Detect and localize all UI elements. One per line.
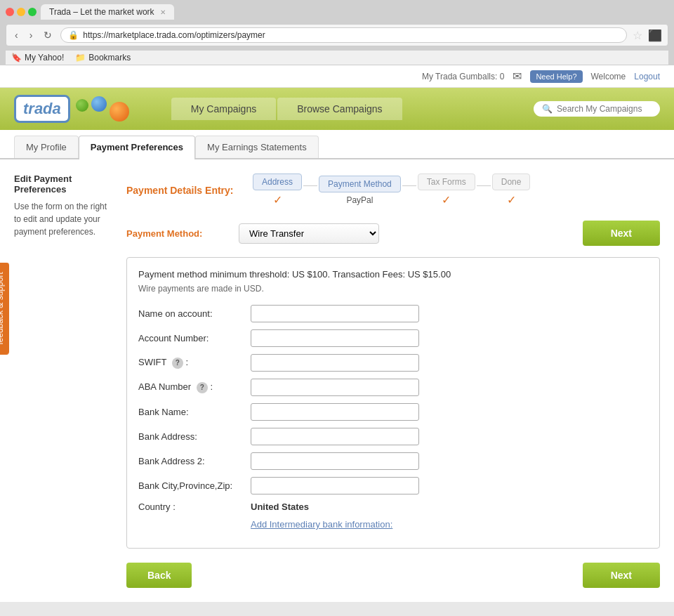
browser-tab[interactable]: Trada – Let the market work ✕ [41, 4, 174, 20]
sidebar-description: Use the form on the right to edit and up… [14, 200, 112, 238]
logo-area: trada [14, 95, 129, 123]
search-box: 🔍 [534, 101, 660, 117]
back-button[interactable]: Back [126, 563, 192, 588]
content-area: Payment Details Entry: Address ✓ Payment… [126, 173, 660, 588]
welcome-label: Welcome [591, 72, 626, 81]
bank-name-input[interactable] [251, 403, 419, 421]
logo-text: trada [23, 100, 61, 118]
form-row-country: Country : United States [138, 502, 648, 512]
account-number-input[interactable] [251, 329, 419, 347]
step-address-label: Address [253, 173, 302, 190]
step-done: Done ✓ [492, 173, 531, 207]
star-icon[interactable]: ☆ [633, 29, 642, 42]
back-nav-button[interactable]: ‹ [12, 30, 21, 41]
form-row-aba: ABA Number ? : [138, 379, 648, 396]
form-row-intermediary: Add Intermediary bank information: [138, 519, 648, 530]
step-done-check: ✓ [507, 193, 516, 207]
account-number-label: Account Number: [138, 333, 251, 343]
minimize-dot[interactable] [17, 8, 25, 16]
bank-city-input[interactable] [251, 477, 419, 494]
bank-address-input[interactable] [251, 428, 419, 445]
add-intermediary-link[interactable]: Add Intermediary bank information: [251, 519, 392, 530]
step-tax-forms-label: Tax Forms [418, 173, 475, 190]
search-input[interactable] [557, 104, 652, 114]
bank-city-label: Bank City,Province,Zip: [138, 480, 251, 491]
logo-ball-orange [110, 102, 129, 122]
extension-icon[interactable]: ⬛ [648, 29, 662, 42]
bookmarks-bar: 🔖 My Yahoo! 📁 Bookmarks [6, 51, 668, 65]
bank-address2-input[interactable] [251, 452, 419, 470]
url-text: https://marketplace.trada.com/optimizers… [83, 30, 265, 40]
secure-icon: 🔒 [68, 30, 79, 40]
bookmark-bookmarks[interactable]: 📁 Bookmarks [75, 53, 131, 63]
country-label: Country : [138, 502, 251, 512]
tab-close-icon[interactable]: ✕ [160, 8, 166, 16]
form-row-account: Account Number: [138, 329, 648, 347]
step-connector-3 [477, 185, 491, 186]
steps-container: Address ✓ Payment Method PayPal Tax Form… [253, 173, 530, 207]
step-payment-method-label: Payment Method [319, 176, 401, 192]
payment-details-label: Payment Details Entry: [126, 185, 239, 196]
bank-address-label: Bank Address: [138, 431, 251, 442]
nav-browse-campaigns[interactable]: Browse Campaigns [277, 98, 402, 120]
logout-link[interactable]: Logout [634, 72, 660, 81]
form-row-bank-name: Bank Name: [138, 403, 648, 421]
aba-label: ABA Number ? : [138, 381, 251, 393]
next-button-top[interactable]: Next [583, 221, 660, 246]
form-row-bank-city: Bank City,Province,Zip: [138, 477, 648, 494]
step-payment-method: Payment Method PayPal [319, 176, 401, 205]
aba-input[interactable] [251, 379, 419, 396]
step-tax-forms: Tax Forms ✓ [418, 173, 475, 207]
tab-my-profile[interactable]: My Profile [14, 136, 79, 158]
tab-my-earnings[interactable]: My Earnings Statements [195, 136, 319, 158]
nav-my-campaigns[interactable]: My Campaigns [171, 98, 276, 120]
page-wrapper: My Trada Gumballs: 0 ✉ Need Help? Welcom… [0, 65, 674, 602]
feedback-tab[interactable]: feedback & support [0, 262, 9, 354]
browser-toolbar: ‹ › ↻ 🔒 https://marketplace.trada.com/op… [6, 24, 668, 46]
swift-input[interactable] [251, 354, 419, 372]
step-connector-2 [402, 185, 416, 186]
main-content: Edit Payment Preferences Use the form on… [0, 159, 674, 602]
name-on-account-input[interactable] [251, 305, 419, 322]
sidebar-title: Edit Payment Preferences [14, 173, 112, 195]
form-row-name: Name on account: [138, 305, 648, 322]
tab-title: Trada – Let the market work [49, 7, 154, 17]
country-value: United States [251, 502, 309, 512]
close-dot[interactable] [6, 8, 14, 16]
name-on-account-label: Name on account: [138, 308, 251, 319]
payment-method-select[interactable]: Wire Transfer PayPal Check [239, 223, 379, 244]
info-box: Payment method minimum threshold: US $10… [126, 257, 660, 549]
maximize-dot[interactable] [28, 8, 37, 16]
swift-label: SWIFT ? : [138, 357, 251, 369]
url-bar: 🔒 https://marketplace.trada.com/optimize… [60, 27, 627, 43]
step-address: Address ✓ [253, 173, 302, 207]
main-nav: My Campaigns Browse Campaigns [171, 98, 402, 120]
need-help-button[interactable]: Need Help? [530, 70, 582, 83]
bookmarks-folder-icon: 📁 [75, 53, 86, 63]
wire-note: Wire payments are made in USD. [138, 284, 648, 294]
site-header: trada My Campaigns Browse Campaigns 🔍 [0, 88, 674, 130]
payment-steps-row: Payment Details Entry: Address ✓ Payment… [126, 173, 660, 207]
forward-nav-button[interactable]: › [27, 30, 36, 41]
aba-help-icon[interactable]: ? [197, 382, 208, 393]
next-button-bottom[interactable]: Next [583, 563, 660, 588]
threshold-info: Payment method minimum threshold: US $10… [138, 269, 648, 280]
step-done-label: Done [492, 173, 531, 190]
logo-ball-green [76, 99, 88, 112]
swift-help-icon[interactable]: ? [172, 358, 183, 369]
reload-button[interactable]: ↻ [41, 30, 55, 41]
payment-method-row: Payment Method: Wire Transfer PayPal Che… [126, 221, 660, 246]
gumballs-label: My Trada Gumballs: 0 [422, 72, 504, 81]
mail-icon[interactable]: ✉ [513, 70, 522, 83]
logo-balls [76, 99, 129, 119]
search-icon: 🔍 [542, 104, 553, 114]
tab-payment-preferences[interactable]: Payment Preferences [79, 136, 195, 159]
top-bar: My Trada Gumballs: 0 ✉ Need Help? Welcom… [0, 65, 674, 88]
step-payment-method-value: PayPal [346, 195, 373, 205]
bookmark-myyahoo[interactable]: 🔖 My Yahoo! [11, 53, 64, 63]
step-tax-forms-check: ✓ [442, 193, 451, 207]
bottom-buttons: Back Next [126, 563, 660, 588]
logo-ball-blue [91, 96, 107, 112]
wire-form: Name on account: Account Number: SWIFT ?… [138, 305, 648, 530]
form-row-bank-address: Bank Address: [138, 428, 648, 445]
